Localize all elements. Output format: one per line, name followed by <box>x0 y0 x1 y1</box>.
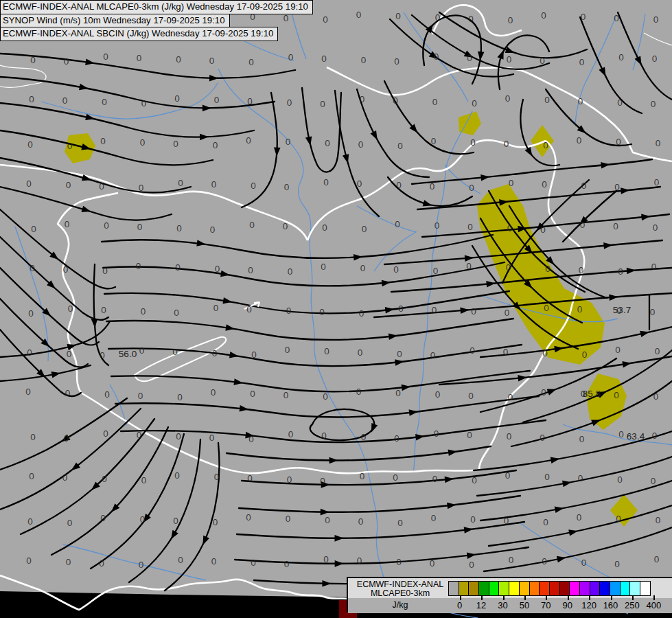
station-value-label: 0 <box>30 432 36 442</box>
station-value-label: 0 <box>540 56 545 66</box>
station-value-label: 0 <box>29 94 34 104</box>
station-value-label: 0 <box>394 433 399 444</box>
station-value-label: 0 <box>250 389 255 399</box>
header-line-sbcin: ECMWF-INDEX-ANAL SBCIN (J/kg) Wednesday … <box>0 27 278 41</box>
station-value-label: 0 <box>508 15 513 25</box>
station-value-label: 0 <box>396 557 402 567</box>
station-value-label: 0 <box>544 95 550 105</box>
station-value-label: 0 <box>27 139 33 150</box>
station-value-label: 0 <box>247 96 253 106</box>
station-value-label: 0 <box>393 95 398 106</box>
station-value-label: 0 <box>614 13 619 23</box>
station-value-label: 0 <box>246 304 252 314</box>
station-value-label: 0 <box>431 136 437 146</box>
station-value-label: 0 <box>320 476 325 486</box>
legend-color-box <box>509 581 520 596</box>
station-value-label: 0 <box>100 350 105 360</box>
cin-value-label: 85.8 <box>583 389 601 399</box>
station-value-label: 0 <box>27 347 32 358</box>
station-value-label: 0 <box>580 220 586 230</box>
legend-color-box <box>529 581 540 596</box>
station-value-label: 0 <box>618 52 624 62</box>
station-value-label: 0 <box>323 554 329 564</box>
legend-color-box <box>489 581 500 596</box>
station-value-label: 0 <box>251 181 256 191</box>
station-value-label: 0 <box>470 345 475 356</box>
station-value-label: 0 <box>579 57 585 67</box>
station-value-label: 0 <box>31 224 36 234</box>
legend-tick <box>481 595 483 600</box>
station-value-label: 0 <box>286 306 292 316</box>
station-value-label: 0 <box>581 12 586 22</box>
station-value-label: 0 <box>64 56 69 67</box>
station-value-label: 0 <box>30 55 36 65</box>
station-value-label: 0 <box>214 472 220 482</box>
station-value-label: 0 <box>102 97 107 107</box>
station-value-label: 0 <box>137 53 142 63</box>
station-value-label: 0 <box>545 264 551 274</box>
station-value-label: 0 <box>542 556 547 566</box>
station-value-label: 0 <box>176 223 182 233</box>
station-value-label: 0 <box>174 308 179 318</box>
station-value-label: 0 <box>581 558 587 568</box>
station-value-label: 0 <box>360 263 366 273</box>
station-value-label: 0 <box>433 266 439 276</box>
station-value-label: 0 <box>656 138 661 148</box>
station-value-label: 0 <box>469 560 474 570</box>
station-value-label: 0 <box>102 266 108 276</box>
station-value-label: 0 <box>543 140 548 150</box>
station-value-label: 0 <box>360 94 365 104</box>
station-value-label: 0 <box>579 265 584 275</box>
station-value-label: 0 <box>434 52 439 62</box>
station-value-label: 0 <box>653 391 659 402</box>
station-value-label: 0 <box>26 556 32 566</box>
station-value-label: 0 <box>544 472 550 482</box>
station-value-label: 0 <box>323 14 328 25</box>
station-value-label: 0 <box>614 559 620 569</box>
station-value-label: 0 <box>616 137 621 147</box>
station-value-label: 0 <box>288 429 294 439</box>
station-value-label: 0 <box>470 137 476 148</box>
station-value-label: 0 <box>540 433 545 443</box>
station-value-label: 0 <box>577 512 582 523</box>
station-value-label: 0 <box>213 517 218 527</box>
station-value-label: 0 <box>435 389 441 400</box>
station-value-label: 0 <box>395 388 401 398</box>
station-value-label: 0 <box>358 347 363 358</box>
map-canvas: 0000000000000000000000000000000000000000… <box>0 0 672 618</box>
station-value-label: 0 <box>467 53 472 63</box>
legend-tick <box>611 595 612 600</box>
station-value-label: 0 <box>101 305 106 315</box>
legend-color-box <box>579 581 590 596</box>
legend-color-box <box>559 581 570 596</box>
station-value-label: 0 <box>472 475 477 485</box>
station-value-label: 0 <box>397 349 402 359</box>
legend-color-box <box>448 581 459 596</box>
station-value-label: 0 <box>211 387 216 398</box>
station-value-label: 0 <box>578 473 583 483</box>
station-value-label: 0 <box>430 181 435 192</box>
station-value-label: 0 <box>321 431 327 441</box>
legend-unit: J/kg <box>349 600 451 610</box>
station-value-label: 0 <box>286 137 291 147</box>
station-value-label: 0 <box>25 387 31 397</box>
station-value-label: 0 <box>467 222 473 232</box>
station-value-label: 0 <box>471 306 476 317</box>
station-value-label: 0 <box>507 223 513 233</box>
station-value-label: 0 <box>395 219 400 229</box>
station-value-label: 0 <box>140 514 146 525</box>
station-value-label: 0 <box>654 177 660 187</box>
station-value-label: 0 <box>504 516 509 526</box>
station-value-label: 0 <box>356 10 362 20</box>
station-value-label: 0 <box>27 516 33 527</box>
station-value-label: 0 <box>393 264 399 275</box>
station-value-label: 0 <box>288 52 294 62</box>
station-value-label: 0 <box>215 264 220 274</box>
station-value-label: 0 <box>137 222 143 232</box>
legend-color-box <box>629 581 640 596</box>
station-value-label: 0 <box>246 512 251 523</box>
station-value-label: 0 <box>64 433 69 444</box>
station-value-label: 0 <box>470 514 476 525</box>
station-value-label: 0 <box>505 308 510 318</box>
station-value-label: 0 <box>325 138 330 148</box>
